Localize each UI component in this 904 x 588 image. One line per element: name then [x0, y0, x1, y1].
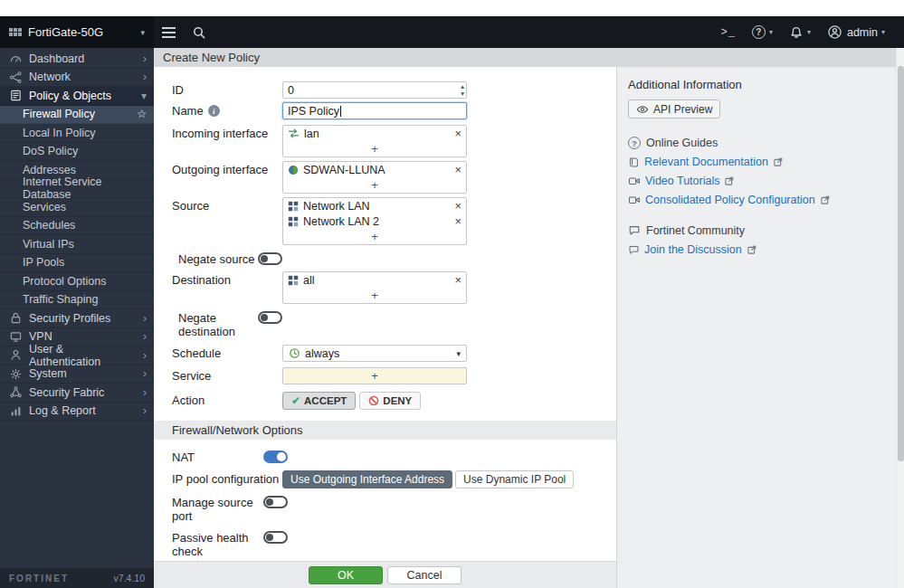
sidebar-item-protocol-options[interactable]: Protocol Options	[0, 272, 154, 291]
use-outgoing-interface-address-button[interactable]: Use Outgoing Interface Address	[282, 470, 452, 488]
vertical-scrollbar[interactable]	[896, 48, 904, 588]
sidebar-subitem-label: Services	[23, 201, 66, 213]
menu-toggle-button[interactable]	[154, 16, 184, 48]
sidebar-item-firewall-policy[interactable]: Firewall Policy ☆	[0, 106, 154, 125]
sidebar-item-dos-policy[interactable]: DoS Policy	[0, 143, 154, 162]
sidebar-item-policy-objects[interactable]: Policy & Objects ▾	[0, 87, 154, 106]
form-row-schedule: Schedule always ▾	[154, 345, 616, 362]
destination-select[interactable]: all × +	[282, 271, 467, 304]
sidebar-item-security-fabric[interactable]: Security Fabric ›	[0, 384, 154, 403]
sidebar-item-label: Log & Report	[29, 404, 96, 417]
device-selector[interactable]: FortiGate-50G ▾	[0, 16, 154, 48]
negate-source-toggle[interactable]	[258, 252, 282, 265]
form-row-negate-source: Negate source	[154, 251, 616, 266]
manage-source-port-label: Manage source port	[172, 494, 263, 523]
cancel-button[interactable]: Cancel	[387, 566, 462, 584]
text-cursor	[340, 106, 341, 117]
form-row-outgoing-interface: Outgoing interface SDWAN-LLUNA × +	[154, 161, 616, 194]
schedule-select[interactable]: always ▾	[282, 345, 467, 362]
sidebar-subitem-label: Internet Service Database	[23, 175, 147, 201]
cli-console-button[interactable]: >_	[713, 16, 744, 48]
chevron-right-icon: ›	[143, 313, 147, 324]
id-stepper[interactable]: ▴ ▾	[461, 83, 464, 97]
selected-interface-entry[interactable]: SDWAN-LLUNA ×	[283, 162, 466, 177]
add-outgoing-interface-button[interactable]: +	[283, 177, 466, 193]
admin-menu-button[interactable]: admin ▾	[819, 16, 893, 48]
sidebar-item-dashboard[interactable]: Dashboard ›	[0, 50, 154, 69]
guide-link-row: Consolidated Policy Configuration	[628, 194, 885, 206]
deny-label: DENY	[383, 395, 412, 406]
outgoing-interface-select[interactable]: SDWAN-LLUNA × +	[282, 161, 467, 194]
chevron-right-icon: ›	[143, 53, 147, 64]
chevron-right-icon: ›	[143, 350, 147, 361]
stepper-down-icon[interactable]: ▾	[461, 90, 464, 98]
consolidated-policy-configuration-link[interactable]: Consolidated Policy Configuration	[645, 194, 815, 206]
notifications-button[interactable]: ▾	[781, 16, 819, 48]
favorite-star-icon[interactable]: ☆	[137, 108, 147, 120]
sidebar-item-internet-service-database[interactable]: Internet Service Database	[0, 180, 154, 199]
remove-icon[interactable]: ×	[454, 215, 462, 227]
fortinet-logo	[9, 28, 22, 36]
sidebar-subitem-label: Virtual IPs	[23, 238, 74, 251]
incoming-interface-select[interactable]: lan × +	[282, 125, 467, 157]
add-destination-button[interactable]: +	[283, 288, 466, 303]
sidebar-item-ip-pools[interactable]: IP Pools	[0, 254, 154, 273]
scrollbar-thumb[interactable]	[898, 66, 904, 461]
nat-toggle[interactable]	[263, 450, 288, 463]
remove-icon[interactable]: ×	[454, 164, 462, 175]
ok-button[interactable]: OK	[309, 566, 383, 584]
negate-destination-label: Negate destination	[178, 309, 258, 338]
remove-icon[interactable]: ×	[454, 274, 462, 286]
sidebar-subitem-label: Local In Policy	[23, 127, 96, 139]
id-input[interactable]	[282, 81, 467, 99]
firmware-version: v7.4.10	[114, 573, 145, 583]
source-select[interactable]: Network LAN × Network LAN 2 × +	[282, 197, 467, 245]
info-icon: i	[208, 105, 220, 117]
deny-button[interactable]: DENY	[359, 392, 421, 410]
video-icon	[628, 194, 641, 205]
service-select[interactable]: +	[282, 367, 467, 384]
name-input[interactable]: IPS Policy	[282, 102, 467, 119]
remove-icon[interactable]: ×	[454, 128, 462, 139]
chevron-right-icon: ›	[143, 368, 147, 379]
relevant-documentation-link[interactable]: Relevant Documentation	[644, 156, 768, 168]
add-service-button[interactable]: +	[283, 368, 466, 384]
add-source-button[interactable]: +	[283, 229, 466, 244]
policy-objects-icon	[9, 89, 23, 102]
help-menu-button[interactable]: ? ▾	[744, 16, 781, 48]
selected-address-entry[interactable]: all ×	[283, 272, 466, 288]
api-preview-button[interactable]: API Preview	[628, 100, 720, 119]
selected-address-entry[interactable]: Network LAN ×	[283, 198, 466, 213]
add-incoming-interface-button[interactable]: +	[283, 141, 466, 156]
sidebar-item-local-in-policy[interactable]: Local In Policy	[0, 124, 154, 143]
use-dynamic-ip-pool-button[interactable]: Use Dynamic IP Pool	[455, 470, 574, 488]
accept-button[interactable]: ✔ ACCEPT	[282, 392, 356, 410]
manage-source-port-toggle[interactable]	[263, 496, 288, 508]
selected-address-entry[interactable]: Network LAN 2 ×	[283, 213, 466, 229]
chevron-down-icon: ▾	[141, 90, 147, 101]
content-body: ID ▴ ▾ Name i	[154, 67, 896, 588]
remove-icon[interactable]: ×	[454, 200, 462, 212]
subnet-icon	[288, 275, 299, 286]
sidebar-item-traffic-shaping[interactable]: Traffic Shaping	[0, 291, 154, 310]
sidebar-item-security-profiles[interactable]: Security Profiles ›	[0, 309, 154, 328]
chevron-right-icon: ›	[143, 71, 147, 82]
passive-health-check-toggle[interactable]	[263, 531, 288, 544]
sidebar-item-schedules[interactable]: Schedules	[0, 217, 154, 236]
negate-destination-toggle[interactable]	[258, 311, 282, 324]
guide-link-row: Relevant Documentation	[628, 156, 885, 168]
sidebar-item-user-authentication[interactable]: User & Authentication ›	[0, 346, 154, 365]
selected-interface-entry[interactable]: lan ×	[283, 126, 466, 141]
cli-icon: >_	[721, 26, 736, 39]
name-label-text: Name	[172, 104, 204, 118]
join-the-discussion-link[interactable]: Join the Discussion	[644, 243, 742, 256]
sidebar-item-network[interactable]: Network ›	[0, 69, 154, 88]
video-tutorials-link[interactable]: Video Tutorials	[645, 175, 719, 187]
book-icon	[628, 156, 640, 168]
sidebar-item-log-report[interactable]: Log & Report ›	[0, 403, 154, 422]
chevron-down-icon: ▾	[807, 28, 811, 36]
form-row-nat: NAT	[154, 449, 616, 464]
policy-form: ID ▴ ▾ Name i	[154, 67, 616, 588]
search-button[interactable]	[184, 16, 214, 48]
sidebar-item-virtual-ips[interactable]: Virtual IPs	[0, 235, 154, 254]
